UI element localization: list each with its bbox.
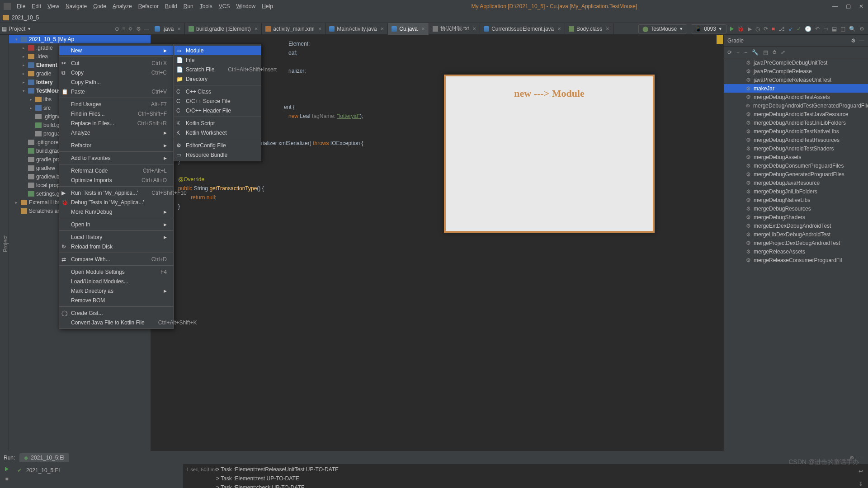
editor-tab[interactable]: Cu.java× bbox=[388, 23, 429, 35]
close-tab-icon[interactable]: × bbox=[255, 25, 258, 32]
gradle-task-list[interactable]: ⚙javaPreCompileDebugUnitTest⚙javaPreComp… bbox=[724, 58, 868, 451]
menu-item[interactable]: Reformat CodeCtrl+Alt+L bbox=[59, 166, 173, 175]
menu-item[interactable]: Find UsagesAlt+F7 bbox=[59, 99, 173, 109]
gradle-task[interactable]: ⚙mergeProjectDexDebugAndroidTest bbox=[724, 239, 868, 247]
menu-item[interactable]: CC++ Class bbox=[174, 87, 261, 96]
gear-icon[interactable]: ⚙ bbox=[136, 26, 141, 32]
expand-icon[interactable]: ⤢ bbox=[781, 49, 785, 56]
gradle-task[interactable]: ⚙mergeLibDexDebugAndroidTest bbox=[724, 230, 868, 239]
project-pane-label[interactable]: Project bbox=[9, 26, 25, 32]
gradle-task[interactable]: ⚙mergeDebugAndroidTestResources bbox=[724, 136, 868, 144]
run-config-dropdown[interactable]: ⬤TestMouse▼ bbox=[638, 24, 687, 33]
menu-refactor[interactable]: Refactor bbox=[135, 1, 162, 11]
hide-icon[interactable]: — bbox=[859, 455, 864, 461]
rerun-icon[interactable] bbox=[5, 467, 9, 471]
wrench-icon[interactable]: 🔧 bbox=[752, 49, 759, 56]
menu-item[interactable]: 📋PasteCtrl+V bbox=[59, 87, 173, 96]
resmgr-icon[interactable]: ◫ bbox=[840, 26, 845, 32]
commit-icon[interactable]: ✓ bbox=[797, 26, 801, 32]
menu-item[interactable]: Convert Java File to Kotlin FileCtrl+Alt… bbox=[59, 318, 173, 327]
editor-tab[interactable]: Body.class× bbox=[565, 23, 613, 35]
breadcrumb[interactable]: 2021_10_5 bbox=[12, 14, 39, 21]
gradle-task[interactable]: ⚙mergeDebugAndroidTestJavaResource bbox=[724, 110, 868, 118]
editor-tab[interactable]: 协议封装.txt× bbox=[429, 23, 481, 35]
device-dropdown[interactable]: 📱0093▼ bbox=[691, 24, 726, 33]
menu-item[interactable]: Refactor▶ bbox=[59, 141, 173, 150]
editor-tab[interactable]: .java× bbox=[151, 23, 185, 35]
menu-item[interactable]: 📄Scratch FileCtrl+Alt+Shift+Insert bbox=[174, 65, 261, 74]
expand-icon[interactable]: ⛭ bbox=[128, 26, 133, 32]
menu-item[interactable]: 🐞Debug 'Tests in 'My_Applica...' bbox=[59, 197, 173, 207]
editor-tab[interactable]: activity_main.xml× bbox=[262, 23, 326, 35]
settings-icon[interactable]: ⚙ bbox=[859, 26, 864, 32]
coverage-icon[interactable]: ▶ bbox=[748, 26, 752, 32]
menu-analyze[interactable]: Analyze bbox=[109, 1, 135, 11]
menu-item[interactable]: Open In▶ bbox=[59, 220, 173, 229]
hide-icon[interactable]: — bbox=[859, 38, 864, 44]
menu-item[interactable]: ✂CutCtrl+X bbox=[59, 58, 173, 68]
menu-help[interactable]: Help bbox=[259, 1, 276, 11]
menu-item[interactable]: Open Module SettingsF4 bbox=[59, 267, 173, 277]
menu-item[interactable]: Optimize ImportsCtrl+Alt+O bbox=[59, 175, 173, 185]
gradle-task[interactable]: ⚙mergeDebugJniLibFolders bbox=[724, 187, 868, 196]
gradle-task[interactable]: ⚙mergeDebugShaders bbox=[724, 213, 868, 221]
menu-item[interactable]: KKotlin Worksheet bbox=[174, 128, 261, 137]
menu-item[interactable]: CC/C++ Header File bbox=[174, 106, 261, 115]
context-menu-main[interactable]: New▶✂CutCtrl+X⧉CopyCtrl+CCopy Path...📋Pa… bbox=[59, 44, 174, 329]
gradle-task[interactable]: ⚙mergeDebugAssets bbox=[724, 153, 868, 161]
menu-item[interactable]: Find in Files...Ctrl+Shift+F bbox=[59, 109, 173, 118]
debug-icon[interactable]: 🐞 bbox=[737, 26, 744, 32]
menu-edit[interactable]: Edit bbox=[28, 1, 44, 11]
menu-run[interactable]: Run bbox=[180, 1, 197, 11]
history-icon[interactable]: 🕘 bbox=[805, 26, 811, 32]
menu-item[interactable]: ⚙EditorConfig File bbox=[174, 141, 261, 150]
menu-item[interactable]: ◯Create Gist... bbox=[59, 308, 173, 318]
menu-view[interactable]: View bbox=[44, 1, 62, 11]
gradle-task[interactable]: ⚙makeJar bbox=[724, 84, 868, 93]
search-icon[interactable]: 🔍 bbox=[849, 26, 856, 32]
close-tab-icon[interactable]: × bbox=[606, 25, 609, 32]
profile-icon[interactable]: ◷ bbox=[755, 26, 760, 32]
menu-item[interactable]: Add to Favorites▶ bbox=[59, 153, 173, 163]
scroll-icon[interactable]: ↧ bbox=[859, 479, 866, 488]
menu-item[interactable]: ▭Module bbox=[174, 46, 261, 55]
menu-item[interactable]: ▭Resource Bundle bbox=[174, 150, 261, 160]
link-icon[interactable]: + bbox=[736, 49, 740, 56]
menu-item[interactable]: Replace in Files...Ctrl+Shift+R bbox=[59, 118, 173, 128]
menu-item[interactable]: More Run/Debug▶ bbox=[59, 207, 173, 216]
run-icon[interactable] bbox=[730, 27, 734, 31]
menu-item[interactable]: ⇄Compare With...Ctrl+D bbox=[59, 254, 173, 264]
menu-window[interactable]: Window bbox=[233, 1, 259, 11]
menu-file[interactable]: File bbox=[14, 1, 28, 11]
menu-item[interactable]: ↻Reload from Disk bbox=[59, 242, 173, 251]
gear-icon[interactable]: ⚙ bbox=[851, 38, 856, 44]
gradle-task[interactable]: ⚙mergeDebugAndroidTestAssets bbox=[724, 93, 868, 101]
gradle-task[interactable]: ⚙mergeReleaseAssets bbox=[724, 247, 868, 256]
editor-tab[interactable]: MainActivity.java× bbox=[326, 23, 388, 35]
maximize-icon[interactable]: ▢ bbox=[846, 3, 851, 9]
hide-icon[interactable]: — bbox=[144, 26, 149, 32]
sdk-icon[interactable]: ⬓ bbox=[832, 26, 837, 32]
close-tab-icon[interactable]: × bbox=[421, 25, 425, 32]
menu-item[interactable]: KKotlin Script bbox=[174, 118, 261, 128]
menu-item[interactable]: Remove BOM bbox=[59, 296, 173, 305]
gradle-task[interactable]: ⚙mergeDebugAndroidTestShaders bbox=[724, 144, 868, 153]
gradle-task[interactable]: ⚙mergeDebugAndroidTestJniLibFolders bbox=[724, 118, 868, 127]
menu-navigate[interactable]: Navigate bbox=[62, 1, 90, 11]
gradle-task[interactable]: ⚙javaPreCompileRelease bbox=[724, 67, 868, 75]
menu-item[interactable]: ⧉CopyCtrl+C bbox=[59, 68, 173, 77]
gear-icon[interactable]: ⚙ bbox=[849, 455, 854, 461]
project-stripe[interactable]: Project bbox=[2, 235, 9, 252]
minimize-icon[interactable]: — bbox=[832, 3, 838, 9]
tree-item[interactable]: ▾2021_10_5 [My Ap bbox=[9, 35, 151, 43]
close-tab-icon[interactable]: × bbox=[177, 25, 181, 32]
menu-build[interactable]: Build bbox=[162, 1, 180, 11]
run-tab[interactable]: ◆2021_10_5:El bbox=[19, 453, 69, 462]
menu-item[interactable]: 📄File bbox=[174, 55, 261, 65]
editor-tab[interactable]: build.gradle (:Element)× bbox=[185, 23, 262, 35]
gradle-task[interactable]: ⚙javaPreCompileReleaseUnitTest bbox=[724, 75, 868, 84]
gradle-task[interactable]: ⚙mergeDebugConsumerProguardFiles bbox=[724, 161, 868, 170]
menu-item[interactable]: Local History▶ bbox=[59, 232, 173, 242]
gradle-task[interactable]: ⚙mergeReleaseConsumerProguardFil bbox=[724, 256, 868, 264]
menu-tools[interactable]: Tools bbox=[197, 1, 216, 11]
